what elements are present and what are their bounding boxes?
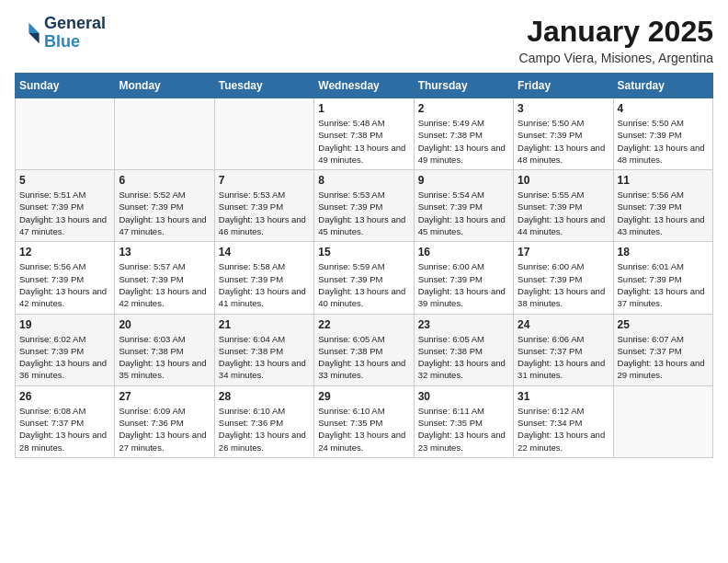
day-number: 12	[19, 246, 110, 259]
logo: GeneralBlue	[15, 15, 106, 52]
day-number: 26	[19, 390, 110, 403]
day-info: Sunrise: 5:57 AMSunset: 7:39 PMDaylight:…	[119, 260, 210, 309]
day-info: Sunrise: 5:56 AMSunset: 7:39 PMDaylight:…	[19, 260, 110, 309]
day-info: Sunrise: 6:02 AMSunset: 7:39 PMDaylight:…	[19, 333, 110, 382]
svg-marker-0	[28, 23, 39, 33]
calendar-cell: 8 Sunrise: 5:53 AMSunset: 7:39 PMDayligh…	[314, 170, 414, 242]
day-info: Sunrise: 5:48 AMSunset: 7:38 PMDaylight:…	[318, 117, 409, 166]
calendar-week-1: 1 Sunrise: 5:48 AMSunset: 7:38 PMDayligh…	[16, 98, 713, 170]
day-info: Sunrise: 6:03 AMSunset: 7:38 PMDaylight:…	[119, 333, 210, 382]
day-number: 27	[119, 390, 210, 403]
logo-icon	[15, 20, 40, 46]
calendar-cell: 10 Sunrise: 5:55 AMSunset: 7:39 PMDaylig…	[514, 170, 613, 242]
calendar-cell	[16, 98, 115, 170]
day-info: Sunrise: 5:59 AMSunset: 7:39 PMDaylight:…	[318, 260, 409, 309]
day-number: 10	[518, 174, 609, 187]
day-info: Sunrise: 6:11 AMSunset: 7:35 PMDaylight:…	[418, 405, 509, 454]
calendar-cell: 4 Sunrise: 5:50 AMSunset: 7:39 PMDayligh…	[613, 98, 712, 170]
calendar-week-4: 19 Sunrise: 6:02 AMSunset: 7:39 PMDaylig…	[16, 314, 713, 385]
day-info: Sunrise: 6:07 AMSunset: 7:37 PMDaylight:…	[618, 333, 709, 382]
day-number: 21	[219, 318, 310, 331]
day-info: Sunrise: 5:54 AMSunset: 7:39 PMDaylight:…	[418, 189, 509, 237]
day-info: Sunrise: 5:55 AMSunset: 7:39 PMDaylight:…	[518, 189, 609, 237]
day-number: 2	[418, 102, 509, 115]
title-area: January 2025 Campo Viera, Misiones, Arge…	[519, 15, 713, 65]
day-number: 22	[318, 318, 409, 331]
month-title: January 2025	[519, 15, 713, 49]
calendar-cell: 18 Sunrise: 6:01 AMSunset: 7:39 PMDaylig…	[613, 242, 712, 314]
calendar-cell: 24 Sunrise: 6:06 AMSunset: 7:37 PMDaylig…	[514, 314, 613, 385]
day-info: Sunrise: 5:51 AMSunset: 7:39 PMDaylight:…	[19, 189, 110, 237]
day-number: 3	[518, 102, 609, 115]
day-info: Sunrise: 5:50 AMSunset: 7:39 PMDaylight:…	[518, 117, 609, 166]
calendar-table: SundayMondayTuesdayWednesdayThursdayFrid…	[15, 73, 713, 458]
day-number: 19	[19, 318, 110, 331]
day-number: 14	[219, 246, 310, 259]
weekday-header-row: SundayMondayTuesdayWednesdayThursdayFrid…	[16, 74, 713, 98]
day-info: Sunrise: 5:53 AMSunset: 7:39 PMDaylight:…	[318, 189, 409, 237]
weekday-header-thursday: Thursday	[414, 74, 513, 98]
calendar-cell: 22 Sunrise: 6:05 AMSunset: 7:38 PMDaylig…	[314, 314, 414, 385]
calendar-cell: 9 Sunrise: 5:54 AMSunset: 7:39 PMDayligh…	[414, 170, 513, 242]
calendar-week-5: 26 Sunrise: 6:08 AMSunset: 7:37 PMDaylig…	[16, 385, 713, 457]
page-header: GeneralBlue January 2025 Campo Viera, Mi…	[15, 15, 713, 65]
day-number: 23	[418, 318, 509, 331]
calendar-cell: 23 Sunrise: 6:05 AMSunset: 7:38 PMDaylig…	[414, 314, 513, 385]
weekday-header-friday: Friday	[514, 74, 613, 98]
day-info: Sunrise: 6:05 AMSunset: 7:38 PMDaylight:…	[318, 333, 409, 382]
calendar-cell	[115, 98, 214, 170]
logo-text: GeneralBlue	[44, 15, 106, 52]
weekday-header-sunday: Sunday	[16, 74, 115, 98]
location: Campo Viera, Misiones, Argentina	[519, 51, 713, 65]
day-info: Sunrise: 6:08 AMSunset: 7:37 PMDaylight:…	[19, 405, 110, 454]
day-info: Sunrise: 6:04 AMSunset: 7:38 PMDaylight:…	[219, 333, 310, 382]
calendar-cell: 12 Sunrise: 5:56 AMSunset: 7:39 PMDaylig…	[16, 242, 115, 314]
day-info: Sunrise: 6:06 AMSunset: 7:37 PMDaylight:…	[518, 333, 609, 382]
day-info: Sunrise: 5:52 AMSunset: 7:39 PMDaylight:…	[119, 189, 210, 237]
day-number: 11	[618, 174, 709, 187]
day-number: 31	[518, 390, 609, 403]
day-info: Sunrise: 6:12 AMSunset: 7:34 PMDaylight:…	[518, 405, 609, 454]
day-number: 15	[318, 246, 409, 259]
day-number: 17	[518, 246, 609, 259]
calendar-week-3: 12 Sunrise: 5:56 AMSunset: 7:39 PMDaylig…	[16, 242, 713, 314]
calendar-cell: 2 Sunrise: 5:49 AMSunset: 7:38 PMDayligh…	[414, 98, 513, 170]
calendar-cell: 25 Sunrise: 6:07 AMSunset: 7:37 PMDaylig…	[613, 314, 712, 385]
day-number: 18	[618, 246, 709, 259]
calendar-cell: 13 Sunrise: 5:57 AMSunset: 7:39 PMDaylig…	[115, 242, 214, 314]
day-number: 29	[318, 390, 409, 403]
calendar-cell: 19 Sunrise: 6:02 AMSunset: 7:39 PMDaylig…	[16, 314, 115, 385]
day-number: 28	[219, 390, 310, 403]
calendar-cell: 6 Sunrise: 5:52 AMSunset: 7:39 PMDayligh…	[115, 170, 214, 242]
calendar-cell: 3 Sunrise: 5:50 AMSunset: 7:39 PMDayligh…	[514, 98, 613, 170]
weekday-header-tuesday: Tuesday	[214, 74, 313, 98]
calendar-cell: 31 Sunrise: 6:12 AMSunset: 7:34 PMDaylig…	[514, 385, 613, 457]
day-number: 9	[418, 174, 509, 187]
day-info: Sunrise: 5:53 AMSunset: 7:39 PMDaylight:…	[219, 189, 310, 237]
calendar-cell: 7 Sunrise: 5:53 AMSunset: 7:39 PMDayligh…	[214, 170, 313, 242]
day-info: Sunrise: 6:09 AMSunset: 7:36 PMDaylight:…	[119, 405, 210, 454]
weekday-header-wednesday: Wednesday	[314, 74, 414, 98]
calendar-cell: 20 Sunrise: 6:03 AMSunset: 7:38 PMDaylig…	[115, 314, 214, 385]
day-number: 6	[119, 174, 210, 187]
calendar-cell: 16 Sunrise: 6:00 AMSunset: 7:39 PMDaylig…	[414, 242, 513, 314]
weekday-header-monday: Monday	[115, 74, 214, 98]
day-info: Sunrise: 6:00 AMSunset: 7:39 PMDaylight:…	[518, 260, 609, 309]
svg-marker-1	[28, 33, 39, 43]
calendar-cell: 14 Sunrise: 5:58 AMSunset: 7:39 PMDaylig…	[214, 242, 313, 314]
day-info: Sunrise: 5:58 AMSunset: 7:39 PMDaylight:…	[219, 260, 310, 309]
calendar-cell: 26 Sunrise: 6:08 AMSunset: 7:37 PMDaylig…	[16, 385, 115, 457]
day-info: Sunrise: 6:01 AMSunset: 7:39 PMDaylight:…	[618, 260, 709, 309]
day-info: Sunrise: 5:50 AMSunset: 7:39 PMDaylight:…	[618, 117, 709, 166]
day-number: 4	[618, 102, 709, 115]
day-info: Sunrise: 6:00 AMSunset: 7:39 PMDaylight:…	[418, 260, 509, 309]
calendar-cell: 15 Sunrise: 5:59 AMSunset: 7:39 PMDaylig…	[314, 242, 414, 314]
calendar-cell: 17 Sunrise: 6:00 AMSunset: 7:39 PMDaylig…	[514, 242, 613, 314]
day-number: 16	[418, 246, 509, 259]
calendar-cell	[613, 385, 712, 457]
day-info: Sunrise: 6:05 AMSunset: 7:38 PMDaylight:…	[418, 333, 509, 382]
calendar-cell: 21 Sunrise: 6:04 AMSunset: 7:38 PMDaylig…	[214, 314, 313, 385]
day-number: 24	[518, 318, 609, 331]
calendar-cell: 28 Sunrise: 6:10 AMSunset: 7:36 PMDaylig…	[214, 385, 313, 457]
calendar-cell: 27 Sunrise: 6:09 AMSunset: 7:36 PMDaylig…	[115, 385, 214, 457]
